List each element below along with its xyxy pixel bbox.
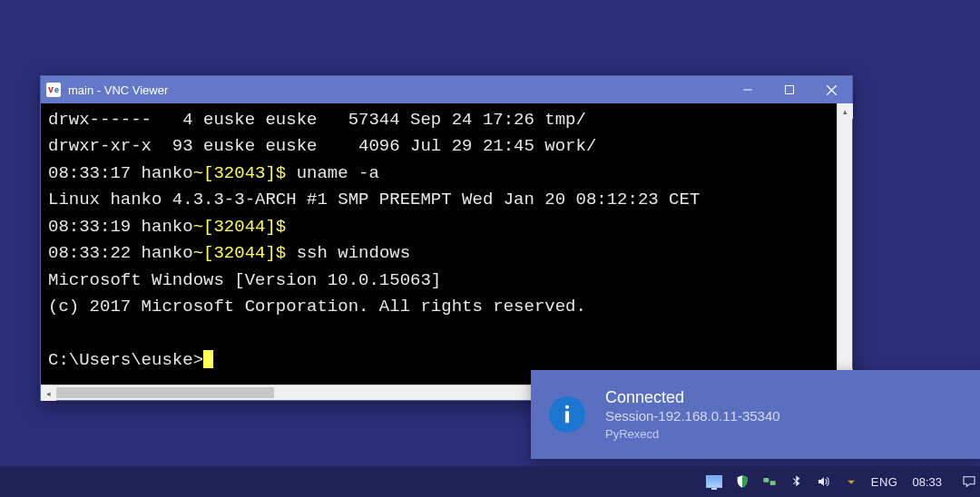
notification-subtitle: Session-192.168.0.11-35340: [605, 407, 780, 425]
terminal-segment: ~[32044]$: [193, 217, 287, 237]
terminal-segment: Microsoft Windows [Version 10.0.15063]: [48, 270, 441, 290]
scroll-up-arrow-icon[interactable]: ▴: [838, 103, 853, 119]
system-tray: ENG 08:33: [706, 474, 976, 489]
language-indicator[interactable]: ENG: [871, 475, 898, 489]
windows-defender-icon[interactable]: [735, 474, 750, 489]
vertical-scrollbar[interactable]: ▴ ▾: [837, 103, 852, 385]
terminal-wrapper: drwx------ 4 euske euske 57344 Sep 24 17…: [41, 103, 852, 400]
terminal-line: 08:33:17 hanko~[32043]$ uname -a: [48, 161, 845, 187]
terminal-segment: 08:33:19 hanko: [48, 217, 193, 237]
terminal-segment: drwx------ 4 euske euske 57344 Sep 24 17…: [48, 110, 586, 130]
taskbar-clock[interactable]: 08:33: [912, 475, 942, 489]
terminal-segment: ~[32044]$: [193, 243, 287, 263]
volume-icon[interactable]: [817, 474, 831, 489]
window-title: main - VNC Viewer: [68, 83, 727, 97]
terminal-segment: (c) 2017 Microsoft Corporation. All righ…: [48, 297, 586, 317]
notification-text: Connected Session-192.168.0.11-35340 PyR…: [605, 388, 780, 442]
svg-rect-1: [786, 86, 794, 94]
notification-title: Connected: [605, 388, 780, 408]
terminal-output[interactable]: drwx------ 4 euske euske 57344 Sep 24 17…: [41, 103, 852, 385]
svg-rect-5: [769, 481, 775, 485]
terminal-segment: 08:33:17 hanko: [48, 163, 193, 183]
terminal-segment: Linux hanko 4.3.3-3-ARCH #1 SMP PREEMPT …: [48, 190, 700, 210]
terminal-line: 08:33:22 hanko~[32044]$ ssh windows: [48, 240, 845, 267]
terminal-segment: [48, 324, 58, 344]
network-icon[interactable]: [762, 474, 777, 489]
notification-toast[interactable]: Connected Session-192.168.0.11-35340 PyR…: [531, 370, 980, 459]
terminal-cursor: [203, 350, 213, 368]
close-button[interactable]: [810, 76, 852, 103]
svg-rect-0: [743, 90, 752, 91]
vnc-viewer-window: main - VNC Viewer drwx------ 4 euske eus…: [40, 75, 853, 401]
terminal-line: (c) 2017 Microsoft Corporation. All righ…: [48, 294, 845, 320]
horizontal-scroll-thumb[interactable]: [56, 387, 274, 398]
notification-app-name: PyRexecd: [605, 427, 780, 441]
terminal-line: 08:33:19 hanko~[32044]$: [48, 214, 845, 240]
terminal-line: Microsoft Windows [Version 10.0.15063]: [48, 268, 845, 294]
terminal-segment: C:\Users\euske>: [48, 350, 203, 370]
window-control-buttons: [727, 76, 852, 103]
terminal-segment: ~[32043]$: [193, 163, 287, 183]
vnc-app-icon: [46, 83, 61, 97]
window-titlebar[interactable]: main - VNC Viewer: [41, 76, 852, 103]
terminal-line: drwx------ 4 euske euske 57344 Sep 24 17…: [48, 107, 845, 133]
minimize-button[interactable]: [727, 76, 769, 103]
terminal-segment: ssh windows: [286, 243, 410, 263]
svg-rect-3: [565, 411, 569, 423]
terminal-segment: 08:33:22 hanko: [48, 243, 193, 263]
svg-rect-4: [763, 478, 769, 482]
info-icon: [549, 396, 585, 433]
action-center-icon[interactable]: [962, 474, 976, 489]
terminal-segment: drwxr-xr-x 93 euske euske 4096 Jul 29 21…: [48, 136, 596, 156]
terminal-line: drwxr-xr-x 93 euske euske 4096 Jul 29 21…: [48, 133, 845, 160]
bluetooth-icon[interactable]: [789, 474, 804, 489]
tray-monitor-icon[interactable]: [706, 475, 722, 488]
taskbar: ENG 08:33: [0, 466, 980, 497]
terminal-line: Linux hanko 4.3.3-3-ARCH #1 SMP PREEMPT …: [48, 187, 845, 213]
maximize-button[interactable]: [769, 76, 810, 103]
terminal-line: [48, 321, 845, 347]
svg-point-2: [565, 405, 569, 409]
vertical-scroll-track[interactable]: [838, 119, 852, 369]
terminal-segment: uname -a: [286, 163, 379, 183]
scroll-left-arrow-icon[interactable]: ◂: [41, 385, 56, 401]
tray-overflow-icon[interactable]: [844, 474, 858, 489]
